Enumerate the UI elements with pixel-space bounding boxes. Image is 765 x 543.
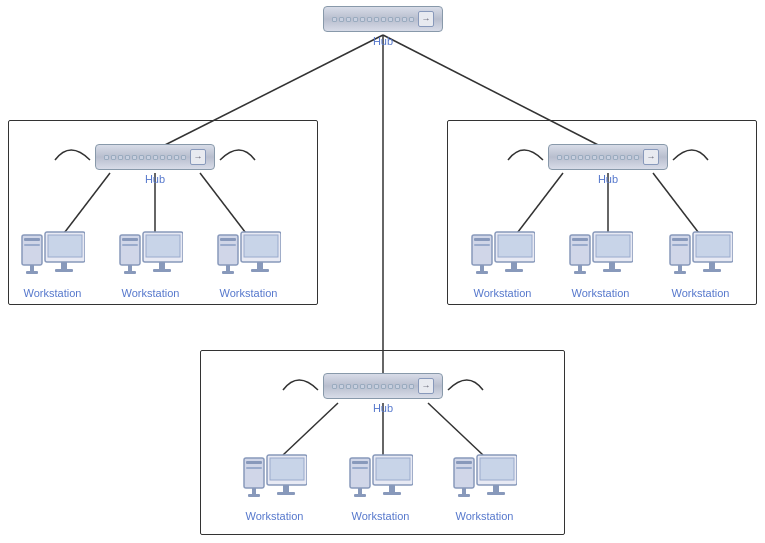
svg-rect-63 <box>696 235 730 257</box>
svg-rect-72 <box>270 458 304 480</box>
svg-rect-51 <box>578 265 582 271</box>
hub-arrow: → <box>190 149 206 165</box>
bottom-hub-device: → <box>323 373 443 399</box>
svg-rect-78 <box>358 488 362 494</box>
right-ws3-icon <box>668 230 733 285</box>
right-ws1-group: Workstation <box>470 230 535 299</box>
left-ws2-icon <box>118 230 183 285</box>
svg-rect-73 <box>283 485 289 492</box>
svg-rect-87 <box>462 488 466 494</box>
right-hub-group: → Hub <box>548 144 668 185</box>
right-ws3-group: Workstation <box>668 230 733 299</box>
svg-rect-42 <box>480 265 484 271</box>
bottom-ws2-group: Workstation <box>348 453 413 522</box>
svg-rect-85 <box>456 461 472 464</box>
svg-rect-41 <box>474 244 490 246</box>
bottom-ws3-group: Workstation <box>452 453 517 522</box>
bottom-hub-group: → Hub <box>323 373 443 414</box>
hub-arrow: → <box>418 11 434 27</box>
root-hub-group: → Hub <box>323 6 443 47</box>
svg-rect-31 <box>220 238 236 241</box>
bottom-ws3-icon <box>452 453 517 508</box>
hub-dots <box>332 17 415 22</box>
svg-rect-22 <box>122 238 138 241</box>
left-ws3-icon <box>216 230 281 285</box>
svg-rect-20 <box>55 269 73 272</box>
svg-rect-76 <box>352 461 368 464</box>
svg-rect-46 <box>511 262 517 269</box>
svg-rect-29 <box>153 269 171 272</box>
svg-rect-69 <box>252 488 256 494</box>
svg-rect-32 <box>220 244 236 246</box>
svg-rect-47 <box>505 269 523 272</box>
right-ws3-label: Workstation <box>672 287 730 299</box>
svg-rect-25 <box>124 271 136 274</box>
right-ws2-icon <box>568 230 633 285</box>
hub-arrow: → <box>643 149 659 165</box>
svg-rect-79 <box>354 494 366 497</box>
svg-rect-56 <box>603 269 621 272</box>
svg-rect-38 <box>251 269 269 272</box>
svg-rect-40 <box>474 238 490 241</box>
network-diagram: → Hub → Hub <box>0 0 765 543</box>
bottom-ws1-label: Workstation <box>246 510 304 522</box>
svg-rect-59 <box>672 244 688 246</box>
bottom-hub-label: Hub <box>373 402 393 414</box>
svg-rect-19 <box>61 262 67 269</box>
svg-rect-14 <box>24 244 40 246</box>
svg-rect-50 <box>572 244 588 246</box>
svg-rect-28 <box>159 262 165 269</box>
svg-rect-18 <box>48 235 82 257</box>
svg-rect-91 <box>493 485 499 492</box>
svg-rect-45 <box>498 235 532 257</box>
root-hub-label: Hub <box>373 35 393 47</box>
right-hub-label: Hub <box>598 173 618 185</box>
left-ws2-group: Workstation <box>118 230 183 299</box>
svg-rect-34 <box>222 271 234 274</box>
right-ws2-label: Workstation <box>572 287 630 299</box>
left-ws1-label: Workstation <box>24 287 82 299</box>
left-ws1-icon <box>20 230 85 285</box>
svg-rect-70 <box>248 494 260 497</box>
right-ws1-icon <box>470 230 535 285</box>
left-ws1-group: Workstation <box>20 230 85 299</box>
svg-rect-61 <box>674 271 686 274</box>
left-hub-device: → <box>95 144 215 170</box>
svg-rect-49 <box>572 238 588 241</box>
left-ws2-label: Workstation <box>122 287 180 299</box>
bottom-ws1-group: Workstation <box>242 453 307 522</box>
svg-rect-67 <box>246 461 262 464</box>
right-ws2-group: Workstation <box>568 230 633 299</box>
svg-rect-60 <box>678 265 682 271</box>
svg-rect-83 <box>383 492 401 495</box>
svg-rect-16 <box>26 271 38 274</box>
svg-rect-68 <box>246 467 262 469</box>
svg-rect-37 <box>257 262 263 269</box>
svg-rect-55 <box>609 262 615 269</box>
root-hub-device: → <box>323 6 443 32</box>
svg-rect-58 <box>672 238 688 241</box>
left-hub-group: → Hub <box>95 144 215 185</box>
hub-arrow: → <box>418 378 434 394</box>
svg-rect-54 <box>596 235 630 257</box>
svg-rect-33 <box>226 265 230 271</box>
svg-rect-82 <box>389 485 395 492</box>
bottom-ws1-icon <box>242 453 307 508</box>
svg-rect-77 <box>352 467 368 469</box>
svg-rect-86 <box>456 467 472 469</box>
bottom-ws2-icon <box>348 453 413 508</box>
svg-rect-74 <box>277 492 295 495</box>
svg-rect-24 <box>128 265 132 271</box>
bottom-ws3-label: Workstation <box>456 510 514 522</box>
svg-rect-36 <box>244 235 278 257</box>
svg-rect-65 <box>703 269 721 272</box>
left-ws3-label: Workstation <box>220 287 278 299</box>
svg-rect-23 <box>122 244 138 246</box>
right-ws1-label: Workstation <box>474 287 532 299</box>
svg-rect-13 <box>24 238 40 241</box>
left-ws3-group: Workstation <box>216 230 281 299</box>
svg-rect-43 <box>476 271 488 274</box>
svg-rect-15 <box>30 265 34 271</box>
svg-rect-88 <box>458 494 470 497</box>
svg-rect-27 <box>146 235 180 257</box>
